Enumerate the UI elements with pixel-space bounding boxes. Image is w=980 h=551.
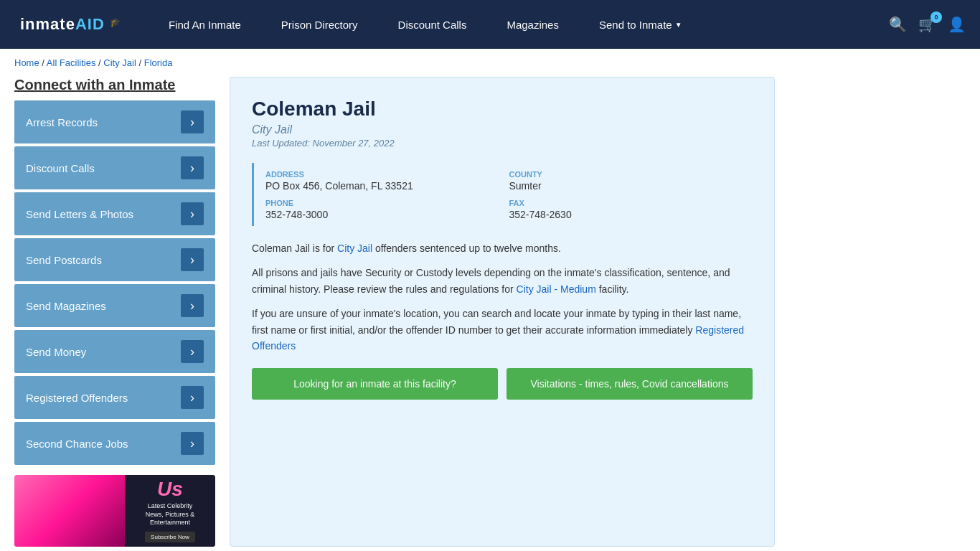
sidebar-arrow-send-magazines: › xyxy=(181,294,204,317)
breadcrumb: Home / All Facilities / City Jail / Flor… xyxy=(0,49,980,77)
breadcrumb-state[interactable]: Florida xyxy=(144,57,173,68)
phone-label: PHONE xyxy=(265,199,509,207)
sidebar-label-send-letters: Send Letters & Photos xyxy=(26,208,133,220)
cart-badge: 0 xyxy=(930,11,942,23)
facility-name: Coleman Jail xyxy=(252,98,753,121)
sidebar-item-send-letters[interactable]: Send Letters & Photos › xyxy=(14,192,215,235)
facility-last-updated: Last Updated: November 27, 2022 xyxy=(252,138,753,149)
breadcrumb-city-jail[interactable]: City Jail xyxy=(103,57,136,68)
sidebar: Connect with an Inmate Arrest Records › … xyxy=(14,77,215,547)
main-nav: Find An Inmate Prison Directory Discount… xyxy=(149,0,889,49)
ad-subscribe-button[interactable]: Subscribe Now xyxy=(145,532,195,542)
address-block: ADDRESS PO Box 456, Coleman, FL 33521 PH… xyxy=(265,163,509,226)
header-icons: 🔍 🛒 0 👤 xyxy=(889,16,966,33)
desc1-end: offenders sentenced up to twelve months. xyxy=(372,242,561,254)
sidebar-item-send-magazines[interactable]: Send Magazines › xyxy=(14,284,215,327)
logo-hat-icon: 🎓 xyxy=(110,17,121,27)
sidebar-item-discount-calls[interactable]: Discount Calls › xyxy=(14,146,215,189)
nav-send-to-inmate[interactable]: Send to Inmate ▼ xyxy=(579,0,702,49)
sidebar-item-arrest-records[interactable]: Arrest Records › xyxy=(14,100,215,143)
sidebar-item-send-money[interactable]: Send Money › xyxy=(14,330,215,373)
sidebar-item-second-chance-jobs[interactable]: Second Chance Jobs › xyxy=(14,422,215,465)
address-label: ADDRESS xyxy=(265,170,509,179)
desc1-text: Coleman Jail is for xyxy=(252,242,337,254)
breadcrumb-sep3: / xyxy=(138,57,143,68)
sidebar-arrow-send-postcards: › xyxy=(181,248,204,271)
logo-text: inmateAID 🎓 xyxy=(20,15,121,34)
cart-icon[interactable]: 🛒 0 xyxy=(918,16,936,33)
description-block: Coleman Jail is for City Jail offenders … xyxy=(252,240,753,354)
sidebar-label-arrest-records: Arrest Records xyxy=(26,116,98,128)
ad-image-side xyxy=(14,475,125,547)
sidebar-title: Connect with an Inmate xyxy=(14,77,215,93)
city-jail-link-1[interactable]: City Jail xyxy=(337,242,372,254)
sidebar-arrow-arrest-records: › xyxy=(181,110,204,133)
ad-brand: Us xyxy=(157,479,183,499)
sidebar-label-send-magazines: Send Magazines xyxy=(26,300,106,312)
search-icon[interactable]: 🔍 xyxy=(889,16,907,33)
sidebar-label-registered-offenders: Registered Offenders xyxy=(26,392,128,404)
breadcrumb-all-facilities[interactable]: All Facilities xyxy=(47,57,96,68)
find-inmate-button[interactable]: Looking for an inmate at this facility? xyxy=(252,368,498,400)
desc3-text: If you are unsure of your inmate's locat… xyxy=(252,308,741,335)
sidebar-label-send-postcards: Send Postcards xyxy=(26,254,102,266)
county-value: Sumter xyxy=(509,180,753,192)
send-to-inmate-caret: ▼ xyxy=(675,21,682,29)
sidebar-arrow-second-chance-jobs: › xyxy=(181,432,204,455)
ad-banner-inner: Us Latest CelebrityNews, Pictures &Enter… xyxy=(14,475,215,547)
sidebar-arrow-discount-calls: › xyxy=(181,156,204,179)
desc-paragraph-2: All prisons and jails have Security or C… xyxy=(252,265,753,297)
desc2-text: All prisons and jails have Security or C… xyxy=(252,267,730,294)
nav-magazines[interactable]: Magazines xyxy=(486,0,579,49)
nav-find-inmate[interactable]: Find An Inmate xyxy=(149,0,261,49)
county-label: COUNTY xyxy=(509,170,753,179)
nav-prison-directory[interactable]: Prison Directory xyxy=(261,0,378,49)
sidebar-arrow-send-money: › xyxy=(181,340,204,363)
ad-tagline: Latest CelebrityNews, Pictures &Entertai… xyxy=(146,502,195,527)
ad-banner[interactable]: Us Latest CelebrityNews, Pictures &Enter… xyxy=(14,475,215,547)
sidebar-arrow-send-letters: › xyxy=(181,202,204,225)
logo[interactable]: inmateAID 🎓 xyxy=(14,12,127,37)
sidebar-item-send-postcards[interactable]: Send Postcards › xyxy=(14,238,215,281)
nav-discount-calls[interactable]: Discount Calls xyxy=(378,0,487,49)
breadcrumb-home[interactable]: Home xyxy=(14,57,39,68)
county-block: COUNTY Sumter FAX 352-748-2630 xyxy=(509,163,753,226)
phone-value: 352-748-3000 xyxy=(265,209,509,220)
desc-paragraph-3: If you are unsure of your inmate's locat… xyxy=(252,306,753,354)
facility-type: City Jail xyxy=(252,123,753,136)
desc2-end: facility. xyxy=(596,283,629,295)
desc-paragraph-1: Coleman Jail is for City Jail offenders … xyxy=(252,240,753,256)
sidebar-label-discount-calls: Discount Calls xyxy=(26,162,95,174)
visitations-button[interactable]: Visitations - times, rules, Covid cancel… xyxy=(507,368,753,400)
user-icon[interactable]: 👤 xyxy=(948,16,966,33)
sidebar-label-second-chance-jobs: Second Chance Jobs xyxy=(26,438,128,450)
fax-value: 352-748-2630 xyxy=(509,209,753,220)
main-container: Connect with an Inmate Arrest Records › … xyxy=(0,77,789,551)
action-buttons: Looking for an inmate at this facility? … xyxy=(252,368,753,400)
ad-text-side: Us Latest CelebrityNews, Pictures &Enter… xyxy=(125,475,215,547)
site-header: inmateAID 🎓 Find An Inmate Prison Direct… xyxy=(0,0,980,49)
facility-info-grid: ADDRESS PO Box 456, Coleman, FL 33521 PH… xyxy=(252,163,753,226)
sidebar-item-registered-offenders[interactable]: Registered Offenders › xyxy=(14,376,215,419)
sidebar-label-send-money: Send Money xyxy=(26,346,86,358)
sidebar-arrow-registered-offenders: › xyxy=(181,386,204,409)
facility-card: Coleman Jail City Jail Last Updated: Nov… xyxy=(230,77,775,547)
city-jail-medium-link[interactable]: City Jail - Medium xyxy=(517,283,596,295)
address-value: PO Box 456, Coleman, FL 33521 xyxy=(265,180,509,192)
logo-aid: AID xyxy=(75,15,105,33)
fax-label: FAX xyxy=(509,199,753,207)
